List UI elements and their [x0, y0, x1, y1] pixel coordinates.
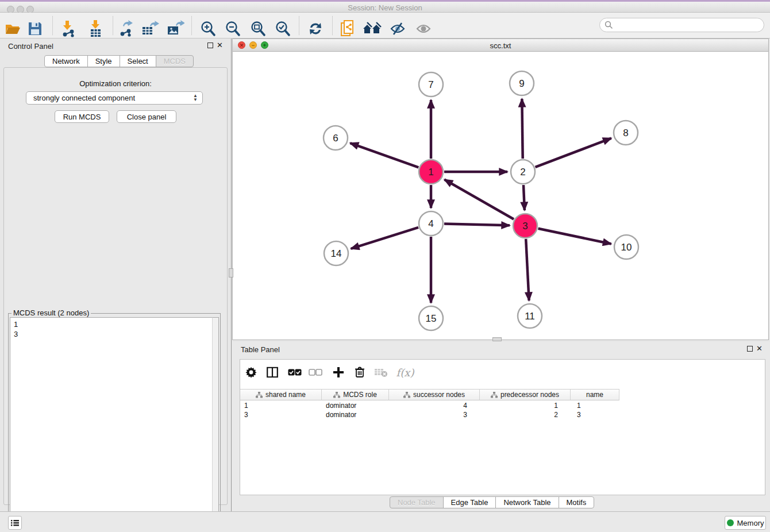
show-all-icon[interactable] — [415, 21, 432, 37]
mcds-result-text[interactable]: 1 3 — [10, 317, 212, 531]
float-panel-icon[interactable] — [207, 43, 213, 48]
toolbar-separator — [113, 16, 113, 35]
add-column-icon[interactable] — [333, 367, 344, 378]
cell-shared-name[interactable]: 1 — [240, 401, 322, 410]
new-network-from-selection-icon[interactable] — [340, 20, 356, 38]
network-window-title: scc.txt — [233, 41, 768, 50]
cell-predecessor-nodes[interactable]: 2 — [480, 410, 571, 419]
cell-name[interactable]: 3 — [571, 410, 619, 419]
hide-selected-icon[interactable] — [389, 21, 406, 37]
tab-style[interactable]: Style — [87, 55, 120, 67]
network-canvas[interactable]: 7968124314101511 — [233, 52, 768, 340]
tab-network-table[interactable]: Network Table — [495, 496, 559, 508]
table-header-row: shared name MCDS role successor nodes pr… — [240, 389, 619, 400]
cell-successor-nodes[interactable]: 4 — [389, 401, 480, 410]
float-table-panel-icon[interactable] — [747, 346, 753, 352]
cell-name[interactable]: 1 — [571, 401, 619, 410]
import-table-icon[interactable] — [87, 20, 104, 37]
unselect-all-columns-icon[interactable] — [309, 369, 322, 376]
tab-node-table[interactable]: Node Table — [390, 496, 444, 508]
control-panel-tabs: Network Style Select MCDS — [44, 55, 194, 67]
close-table-panel-icon[interactable]: ✕ — [756, 344, 763, 353]
table-panel-title: Table Panel — [241, 345, 280, 354]
delete-columns-icon[interactable] — [355, 367, 365, 378]
tab-network[interactable]: Network — [44, 55, 88, 67]
graph-edge-2-8[interactable] — [536, 138, 611, 167]
graph-node-label: 10 — [621, 242, 632, 253]
criterion-value: strongly connected component — [33, 94, 135, 102]
graph-edge-2-3[interactable] — [523, 185, 525, 210]
network-window-titlebar[interactable]: ✕ − + scc.txt — [233, 39, 768, 52]
network-view-window: ✕ − + scc.txt 7968124314101511 — [232, 38, 769, 340]
refresh-icon[interactable] — [307, 21, 324, 37]
toolbar-separator — [191, 16, 192, 35]
column-header-shared-name[interactable]: shared name — [240, 390, 322, 400]
zoom-selected-icon[interactable] — [274, 20, 291, 37]
close-panel-button[interactable]: Close panel — [117, 110, 176, 123]
export-image-icon[interactable] — [166, 20, 184, 37]
tab-select[interactable]: Select — [120, 55, 156, 67]
zoom-fit-icon[interactable] — [249, 20, 267, 37]
zoom-in-icon[interactable] — [199, 20, 217, 37]
table-row[interactable]: 3 dominator 3 2 3 — [240, 410, 619, 419]
table-panel: Table Panel ✕ — [233, 342, 770, 511]
panel-menu-button[interactable] — [8, 516, 22, 530]
memory-button[interactable]: Memory — [725, 516, 766, 530]
toggle-panel-layout-icon[interactable] — [267, 367, 278, 378]
graph-node-label: 2 — [520, 167, 525, 178]
result-scrollbar[interactable] — [212, 317, 219, 531]
apply-function-icon[interactable]: f(x) — [396, 367, 414, 379]
save-session-icon[interactable] — [28, 21, 43, 36]
toolbar-separator — [332, 16, 333, 35]
criterion-select[interactable]: strongly connected component ▲▼ — [26, 91, 203, 105]
table-row[interactable]: 1 dominator 4 1 1 — [240, 401, 619, 410]
column-header-successor-nodes[interactable]: successor nodes — [389, 390, 480, 400]
cell-predecessor-nodes[interactable]: 1 — [480, 401, 571, 410]
toolbar-separator — [299, 16, 299, 35]
zoom-out-icon[interactable] — [224, 20, 241, 37]
shared-column-icon — [491, 392, 498, 398]
table-options-icon[interactable] — [246, 367, 257, 378]
graph-edge-3-11[interactable] — [526, 239, 529, 300]
mcds-result-title: MCDS result (2 nodes) — [11, 309, 91, 317]
delete-table-icon[interactable] — [374, 367, 388, 377]
open-session-icon[interactable] — [5, 21, 22, 36]
graph-edge-2-9[interactable] — [522, 99, 522, 159]
graph-node-label: 14 — [331, 248, 342, 259]
select-all-columns-icon[interactable] — [288, 369, 302, 376]
graph-edge-3-1[interactable] — [444, 179, 514, 219]
cell-successor-nodes[interactable]: 3 — [389, 410, 480, 419]
cell-mcds-role[interactable]: dominator — [322, 410, 389, 419]
control-panel-title: Control Panel — [8, 42, 53, 51]
column-header-mcds-role[interactable]: MCDS role — [322, 390, 389, 400]
import-network-icon[interactable] — [60, 20, 77, 37]
memory-label: Memory — [737, 519, 764, 527]
main-titlebar: Session: New Session — [0, 0, 770, 13]
graph-node-label: 11 — [525, 311, 535, 322]
splitter-grip-horizontal[interactable] — [492, 337, 502, 341]
first-neighbors-icon[interactable] — [362, 21, 383, 36]
graph-edge-1-6[interactable] — [350, 143, 418, 167]
column-header-name[interactable]: name — [571, 390, 619, 400]
export-network-icon[interactable] — [117, 20, 134, 37]
run-mcds-button[interactable]: Run MCDS — [55, 110, 109, 123]
export-table-icon[interactable] — [141, 20, 159, 37]
graph-edge-4-3[interactable] — [444, 224, 510, 226]
cell-shared-name[interactable]: 3 — [240, 410, 322, 419]
graph-edge-3-10[interactable] — [538, 229, 611, 244]
search-input[interactable] — [599, 18, 764, 32]
network-graph[interactable]: 7968124314101511 — [233, 52, 768, 340]
close-panel-icon[interactable]: ✕ — [217, 41, 223, 49]
tab-mcds[interactable]: MCDS — [156, 55, 194, 67]
tab-edge-table[interactable]: Edge Table — [443, 496, 496, 508]
tab-motifs[interactable]: Motifs — [559, 496, 595, 508]
select-stepper-icon: ▲▼ — [193, 94, 198, 102]
column-header-predecessor-nodes[interactable]: predecessor nodes — [480, 390, 571, 400]
result-line: 1 — [14, 319, 209, 329]
splitter-grip-vertical[interactable] — [229, 268, 233, 277]
cell-mcds-role[interactable]: dominator — [322, 401, 389, 410]
graph-edge-4-14[interactable] — [351, 228, 418, 249]
shared-column-icon — [256, 392, 263, 398]
toolbar-separator — [52, 16, 53, 35]
optimization-criterion-label: Optimization criterion: — [4, 79, 227, 88]
